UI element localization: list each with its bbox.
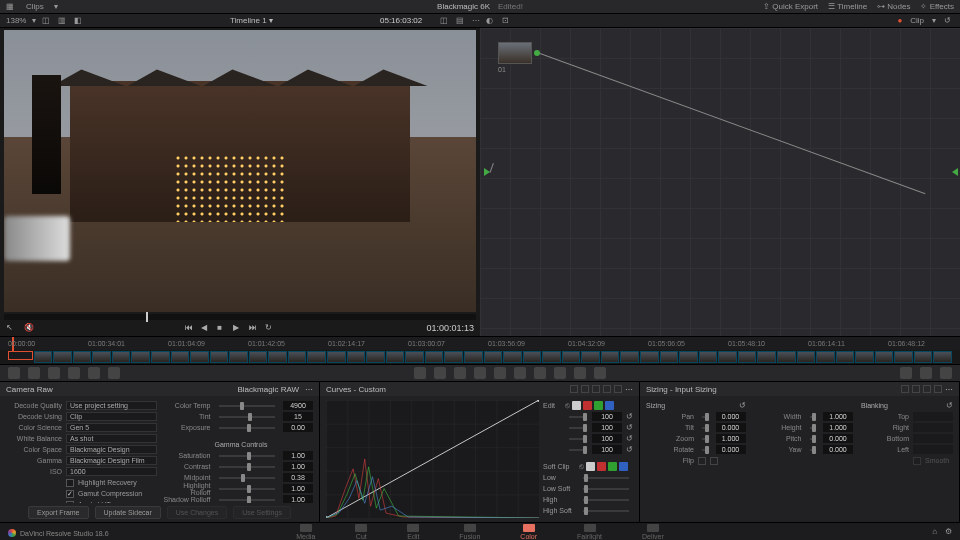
pointer-icon[interactable]: ↖ — [6, 323, 16, 333]
reset-y-icon[interactable]: ↺ — [626, 412, 633, 421]
sc-lowsoft-slider[interactable] — [583, 488, 629, 490]
clip-thumb[interactable] — [816, 351, 835, 363]
info-icon[interactable] — [940, 367, 952, 379]
clip-mode[interactable]: Clip — [910, 16, 924, 25]
play-button[interactable]: ▶ — [233, 323, 243, 333]
clip-thumb[interactable] — [73, 351, 92, 363]
saturation-slider[interactable] — [219, 455, 276, 457]
node-graph[interactable]: 01 — [480, 28, 960, 336]
home-icon[interactable]: ⌂ — [932, 527, 937, 536]
sc-low-slider[interactable] — [583, 477, 629, 479]
sizing-menu-icon[interactable]: ⋯ — [945, 385, 953, 394]
viewer-image[interactable] — [4, 30, 476, 312]
clip-thumb[interactable] — [190, 351, 209, 363]
color-space-select[interactable]: Blackmagic Design — [66, 445, 157, 454]
magic-mask-icon[interactable] — [514, 367, 526, 379]
clips-dropdown-icon[interactable]: ▾ — [54, 2, 58, 11]
intensity-r-slider[interactable] — [569, 427, 584, 429]
clip-thumb[interactable] — [112, 351, 131, 363]
pan-slider[interactable] — [702, 416, 708, 418]
hue-mode-icon[interactable] — [581, 385, 589, 393]
clip-thumb[interactable] — [757, 351, 776, 363]
sc-high-slider[interactable] — [583, 499, 629, 501]
fairlight-page-button[interactable]: Fairlight — [577, 524, 602, 540]
clip-thumb[interactable] — [53, 351, 72, 363]
clip-thumb[interactable] — [171, 351, 190, 363]
tint-value[interactable]: 15 — [283, 412, 313, 421]
clip-thumb[interactable] — [464, 351, 483, 363]
curves-graph[interactable] — [326, 400, 539, 518]
clip-thumb[interactable] — [562, 351, 581, 363]
use-changes-button[interactable]: Use Changes — [167, 506, 227, 519]
clip-thumb[interactable] — [875, 351, 894, 363]
sizing-mode-2[interactable] — [912, 385, 920, 393]
color-temp-slider[interactable] — [219, 405, 276, 407]
clip-thumb[interactable] — [484, 351, 503, 363]
high-rolloff-slider[interactable] — [219, 488, 276, 490]
exposure-slider[interactable] — [219, 427, 276, 429]
link-icon[interactable]: ⎋ — [565, 401, 570, 410]
tilt-slider[interactable] — [702, 427, 708, 429]
warper-icon[interactable] — [434, 367, 446, 379]
clip-thumb[interactable] — [92, 351, 111, 363]
wheels-icon[interactable] — [48, 367, 60, 379]
gallery-icon[interactable]: ▦ — [6, 2, 16, 12]
clip-thumb[interactable] — [660, 351, 679, 363]
zoom-dropdown-icon[interactable]: ▾ — [32, 16, 36, 25]
bypass-icon[interactable]: ◐ — [486, 16, 496, 26]
clip-thumb[interactable] — [386, 351, 405, 363]
yaw-slider[interactable] — [810, 449, 816, 451]
iso-select[interactable]: 1600 — [66, 467, 157, 476]
hsl-mode-icon[interactable] — [614, 385, 622, 393]
clip-thumb[interactable] — [425, 351, 444, 363]
mute-icon[interactable]: 🔇 — [24, 323, 34, 333]
highlight-icon[interactable]: ◧ — [74, 16, 84, 26]
more-icon[interactable]: ⋯ — [472, 16, 480, 26]
intensity-g-slider[interactable] — [569, 438, 584, 440]
image-wipe-icon[interactable]: ◫ — [42, 16, 52, 26]
decode-using-select[interactable]: Clip — [66, 412, 157, 421]
clip-thumb[interactable] — [836, 351, 855, 363]
color-science-select[interactable]: Gen 5 — [66, 423, 157, 432]
clip-thumb[interactable] — [151, 351, 170, 363]
clip-thumb[interactable] — [581, 351, 600, 363]
clip-thumb[interactable] — [542, 351, 561, 363]
sizing-icon[interactable] — [574, 367, 586, 379]
viewer-scrubber[interactable] — [4, 314, 476, 320]
wipe-icon[interactable]: ▤ — [456, 16, 466, 26]
clip-thumb[interactable] — [8, 351, 33, 360]
sizing-reset-icon[interactable]: ↺ — [739, 401, 746, 410]
gamut-compression-checkbox[interactable] — [66, 490, 74, 498]
reset-icon[interactable]: ↺ — [944, 16, 954, 26]
clip-thumb[interactable] — [268, 351, 287, 363]
gamma-select[interactable]: Blackmagic Design Film — [66, 456, 157, 465]
next-clip-button[interactable]: ⏭ — [249, 323, 259, 333]
edit-red-button[interactable] — [583, 401, 592, 410]
flip-v-button[interactable] — [710, 457, 718, 465]
nodes-toggle[interactable]: ⊶ Nodes — [877, 2, 910, 11]
width-slider[interactable] — [810, 416, 816, 418]
qualifier-icon[interactable] — [454, 367, 466, 379]
clip-thumb[interactable] — [366, 351, 385, 363]
intensity-b-slider[interactable] — [569, 449, 584, 451]
clip-thumb[interactable] — [249, 351, 268, 363]
clip-thumb[interactable] — [718, 351, 737, 363]
effects-toggle[interactable]: ✧ Effects — [920, 2, 954, 11]
grab-still-icon[interactable]: ⊡ — [502, 16, 512, 26]
3d-icon[interactable] — [594, 367, 606, 379]
sc-highsoft-slider[interactable] — [583, 510, 629, 512]
keyframe-icon[interactable] — [900, 367, 912, 379]
camera-raw-palette-icon[interactable] — [8, 367, 20, 379]
unmix-icon[interactable]: ◫ — [440, 16, 450, 26]
deliver-page-button[interactable]: Deliver — [642, 524, 664, 540]
blank-bottom-value[interactable] — [913, 434, 953, 443]
clip-thumb[interactable] — [914, 351, 933, 363]
viewer-zoom[interactable]: 138% — [6, 16, 26, 25]
highlight-recovery-checkbox[interactable] — [66, 479, 74, 487]
stop-button[interactable]: ■ — [217, 323, 227, 333]
edit-luma-button[interactable] — [572, 401, 581, 410]
timeline-toggle[interactable]: ☰ Timeline — [828, 2, 867, 11]
use-settings-button[interactable]: Use Settings — [233, 506, 291, 519]
clip-thumb[interactable] — [679, 351, 698, 363]
curves-palette-icon[interactable] — [414, 367, 426, 379]
